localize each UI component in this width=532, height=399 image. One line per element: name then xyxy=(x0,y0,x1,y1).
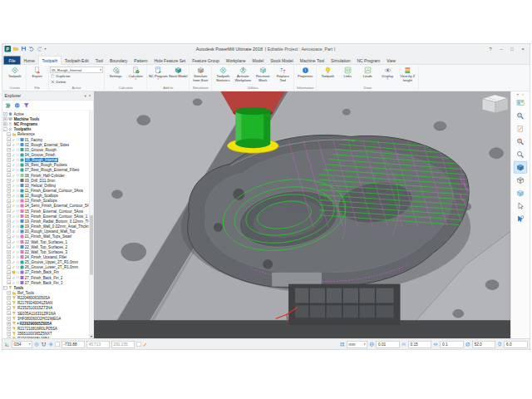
active-toolpath-select[interactable]: 05_Rough_Internal▾ xyxy=(50,66,103,73)
expander-icon[interactable]: + xyxy=(7,132,12,136)
leads-button[interactable]: Leads xyxy=(358,66,378,79)
tab-model[interactable]: Model xyxy=(249,57,268,65)
tab-boundary[interactable]: Boundary xyxy=(106,57,131,65)
visibility-icon[interactable] xyxy=(17,214,19,218)
select-cursor-button[interactable] xyxy=(514,200,527,213)
thickness-field[interactable]: 0.15 xyxy=(408,341,431,348)
visibility-icon[interactable] xyxy=(17,179,19,182)
wireframe-view-button[interactable] xyxy=(514,175,527,187)
tab-feature-group[interactable]: Feature Group xyxy=(189,57,223,65)
visibility-icon[interactable] xyxy=(17,190,19,193)
tab-toolpath-edit[interactable]: Toolpath Edit xyxy=(62,57,92,65)
tolerance-button[interactable] xyxy=(369,342,375,347)
redo-button[interactable] xyxy=(37,46,42,52)
tab-home[interactable]: Home xyxy=(21,57,38,65)
tree-item-r220290005l005a[interactable]: +R220290005L005A xyxy=(2,337,94,338)
y-coordinate-field[interactable]: 45.713 xyxy=(86,341,110,348)
z-coordinate-field[interactable]: 291.235 xyxy=(111,341,135,348)
maximize-button[interactable]: □ xyxy=(507,47,518,52)
recreate-block-button[interactable]: Recreate Block xyxy=(254,66,273,82)
stepover-button[interactable] xyxy=(433,342,439,347)
duplicate-button[interactable]: Duplicate xyxy=(50,74,103,79)
links-button[interactable]: Links xyxy=(338,66,358,79)
visibility-icon[interactable] xyxy=(17,255,19,259)
tab-pattern[interactable]: Pattern xyxy=(131,57,150,65)
stock-model-button[interactable]: Stock Model xyxy=(169,66,189,79)
tab-simulation[interactable]: Simulation xyxy=(328,57,353,65)
toolpath-button[interactable]: Toolpath xyxy=(5,66,25,79)
zoom-window-button[interactable] xyxy=(514,135,527,148)
expander-icon[interactable]: + xyxy=(7,189,12,193)
expander-icon[interactable]: + xyxy=(7,234,12,239)
dock-close-icon[interactable]: × xyxy=(522,92,524,96)
zoom-to-fit-button[interactable] xyxy=(514,110,527,122)
toolpath-button[interactable]: Toolpath xyxy=(318,66,338,79)
expander-icon[interactable]: + xyxy=(7,204,12,208)
expander-icon[interactable]: + xyxy=(7,184,12,188)
view-by-z-height-button[interactable]: View by Z height xyxy=(398,66,418,82)
pencil-button[interactable] xyxy=(143,342,149,347)
snap-button[interactable] xyxy=(42,342,47,347)
tab-tool[interactable]: Tool xyxy=(92,57,106,65)
visibility-icon[interactable] xyxy=(17,219,19,223)
help-button[interactable]: ? xyxy=(485,47,496,52)
expander-icon[interactable]: + xyxy=(7,240,12,244)
expander-icon[interactable]: + xyxy=(7,306,12,310)
visibility-icon[interactable] xyxy=(17,276,19,279)
expander-icon[interactable]: + xyxy=(3,117,7,121)
tab-workplane[interactable]: Workplane xyxy=(223,57,249,65)
display-button[interactable]: Display▾ xyxy=(378,66,398,81)
visibility-icon[interactable] xyxy=(17,195,19,198)
expander-icon[interactable]: + xyxy=(7,158,12,162)
visibility-icon[interactable] xyxy=(17,200,19,203)
world-button[interactable] xyxy=(14,102,21,109)
scrollbar-thumb[interactable] xyxy=(90,215,93,274)
rotate-cursor-button[interactable] xyxy=(514,213,527,225)
coord-checkbox[interactable] xyxy=(56,342,61,347)
visibility-icon[interactable] xyxy=(17,250,19,254)
tab-stock-model[interactable]: Stock Model xyxy=(267,57,297,65)
visibility-icon[interactable] xyxy=(17,240,19,244)
properties-button[interactable]: iProperties xyxy=(296,66,316,79)
expander-icon[interactable]: + xyxy=(7,327,12,331)
visibility-icon[interactable] xyxy=(17,235,19,239)
explorer-caret-icon[interactable]: ▾ xyxy=(85,94,86,98)
visibility-icon[interactable] xyxy=(17,184,19,187)
explorer-scrollbar[interactable]: ▼ xyxy=(89,111,94,338)
expander-icon[interactable]: + xyxy=(7,265,12,269)
grid-button[interactable] xyxy=(340,342,346,347)
explorer-close-icon[interactable]: × xyxy=(89,94,91,98)
settings-button[interactable]: Settings xyxy=(106,66,126,79)
open-button[interactable] xyxy=(13,46,19,52)
expander-icon[interactable]: + xyxy=(7,209,12,214)
transparent-view-button[interactable] xyxy=(514,187,527,200)
dock-caret-icon[interactable]: ▾ xyxy=(517,92,519,96)
visibility-icon[interactable] xyxy=(17,261,19,264)
cursor-track-button[interactable] xyxy=(48,342,54,347)
expander-icon[interactable]: - xyxy=(3,127,7,131)
sketch-view-button[interactable] xyxy=(514,123,527,135)
replace-tool-button[interactable]: TTReplace Tool xyxy=(273,66,293,82)
activate-workplane-button[interactable]: Activate Workplane xyxy=(234,66,254,82)
nc-program-button[interactable]: NC Program▾ xyxy=(149,66,169,81)
visibility-icon[interactable] xyxy=(17,164,19,167)
units-select[interactable]: mm▾ xyxy=(347,341,367,348)
visibility-icon[interactable] xyxy=(17,209,19,213)
expander-icon[interactable]: + xyxy=(7,260,12,264)
minimize-button[interactable]: – xyxy=(496,47,507,52)
expander-icon[interactable]: + xyxy=(7,291,12,295)
expander-icon[interactable]: + xyxy=(7,148,12,152)
axes-button[interactable] xyxy=(5,342,11,347)
expander-icon[interactable]: + xyxy=(7,138,12,142)
thickness-button[interactable] xyxy=(401,342,407,347)
tool-tip-field[interactable]: 6.0 xyxy=(505,341,528,348)
toolpath-point-button[interactable] xyxy=(34,342,40,347)
edit-checkbox[interactable] xyxy=(136,342,141,347)
tab-file[interactable]: File xyxy=(4,57,21,65)
view-cube[interactable] xyxy=(482,95,508,113)
visibility-icon[interactable] xyxy=(17,225,19,229)
visibility-icon[interactable] xyxy=(17,281,19,284)
app-logo-button[interactable]: P xyxy=(5,46,12,52)
export-button[interactable]: Export xyxy=(27,66,47,79)
visibility-icon[interactable] xyxy=(17,148,19,151)
